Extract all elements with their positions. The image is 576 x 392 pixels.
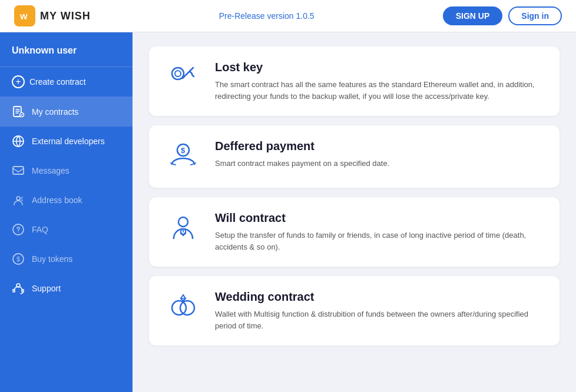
faq-icon [12,223,25,236]
support-icon [12,282,25,295]
header-actions: SIGN UP Sign in [443,6,562,25]
sidebar-item-faq-label: FAQ [32,225,48,234]
wedding-contract-content: Wedding contract Wallet with Multisig fu… [215,290,543,331]
sidebar-item-buy-tokens-label: Buy tokens [32,254,72,264]
deffered-payment-content: Deffered payment Smart contract makes pa… [215,139,389,170]
wedding-contract-desc: Wallet with Multisig function & distrubi… [215,308,543,331]
main-layout: Unknown user + Create contract My contra… [0,32,576,392]
header: w MY WISH Pre-Release version 1.0.5 SIGN… [0,0,576,32]
deffered-payment-card[interactable]: $ Deffered payment Smart contract makes … [149,125,560,188]
deffered-payment-desc: Smart contract makes payment on a specif… [215,158,389,170]
svg-point-14 [178,217,188,227]
sidebar-item-address-book-label: Address book [32,195,82,205]
lost-key-card[interactable]: Lost key The smart contract has all the … [149,46,560,116]
logo-text: MY WISH [40,10,91,22]
svg-point-6 [18,231,19,232]
sidebar-item-messages-label: Messages [32,166,69,175]
wedding-contract-title: Wedding contract [215,290,543,304]
sidebar-item-buy-tokens[interactable]: $ Buy tokens [0,244,133,274]
lost-key-content: Lost key The smart contract has all the … [215,61,543,102]
create-contract-item[interactable]: + Create contract [0,67,133,97]
deffered-payment-title: Deffered payment [215,139,389,153]
deffered-payment-icon: $ [165,139,201,174]
sidebar-item-support[interactable]: Support [0,274,133,303]
sidebar-item-external-developers-label: External developers [32,137,105,146]
buy-tokens-icon: $ [12,253,25,265]
sidebar-user: Unknown user [0,32,133,67]
svg-text:$: $ [16,255,20,263]
sidebar-item-messages[interactable]: Messages [0,156,133,185]
sidebar-item-my-contracts[interactable]: My contracts [0,97,133,127]
wedding-contract-card[interactable]: Wedding contract Wallet with Multisig fu… [149,276,560,346]
sidebar: Unknown user + Create contract My contra… [0,32,133,392]
lost-key-title: Lost key [215,61,543,74]
address-book-icon [12,194,25,207]
svg-point-11 [175,71,181,77]
svg-marker-17 [181,295,186,301]
create-contract-label: Create contract [29,77,86,87]
will-contract-title: Will contract [215,211,543,225]
messages-icon [12,164,25,177]
signin-button[interactable]: Sign in [508,6,562,25]
svg-rect-4 [13,167,24,174]
lost-key-icon [165,61,201,95]
will-contract-desc: Setup the transfer of funds to family or… [215,230,543,253]
signup-button[interactable]: SIGN UP [443,6,503,25]
content-area: Lost key The smart contract has all the … [133,32,576,392]
circle-plus-icon: + [12,75,25,88]
sidebar-item-support-label: Support [32,284,61,293]
external-developers-icon [12,135,25,148]
sidebar-item-faq[interactable]: FAQ [0,215,133,244]
sidebar-item-my-contracts-label: My contracts [32,107,78,117]
will-contract-content: Will contract Setup the transfer of fund… [215,211,543,253]
svg-point-15 [172,301,186,315]
svg-text:w: w [19,11,28,21]
contracts-icon [12,105,25,118]
sidebar-item-address-book[interactable]: Address book [0,185,133,215]
svg-text:$: $ [181,146,186,155]
version-text: Pre-Release version 1.0.5 [219,11,315,21]
wedding-contract-icon [165,290,201,324]
will-contract-card[interactable]: Will contract Setup the transfer of fund… [149,197,560,267]
lost-key-desc: The smart contract has all the same feat… [215,79,543,102]
logo: w MY WISH [14,5,91,26]
svg-point-10 [172,68,184,79]
svg-marker-18 [181,298,186,301]
sidebar-item-external-developers[interactable]: External developers [0,127,133,156]
logo-icon: w [14,5,35,26]
will-contract-icon [165,211,201,245]
svg-point-16 [180,301,194,315]
